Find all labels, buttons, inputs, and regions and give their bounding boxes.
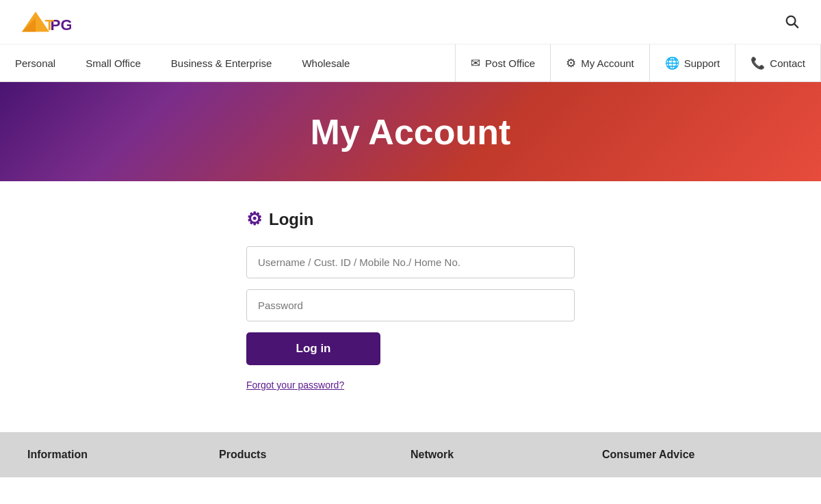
login-button[interactable]: Log in: [246, 332, 380, 365]
logo[interactable]: PG T: [16, 7, 71, 38]
login-gear-icon: ⚙: [246, 209, 262, 230]
main-content: ⚙ Login Log in Forgot your password?: [0, 181, 821, 432]
phone-icon: 📞: [751, 56, 765, 70]
login-section: ⚙ Login Log in Forgot your password?: [246, 209, 575, 391]
nav-business-enterprise[interactable]: Business & Enterprise: [156, 44, 287, 81]
svg-marker-1: [22, 18, 36, 31]
username-input[interactable]: [246, 246, 575, 278]
footer-col-products: Products: [219, 449, 410, 461]
tpg-logo: PG T: [16, 7, 71, 38]
header: PG T: [0, 0, 821, 44]
login-heading: ⚙ Login: [246, 209, 575, 230]
nav-right: ✉ Post Office ⚙ My Account 🌐 Support 📞 C…: [455, 44, 821, 81]
svg-text:T: T: [45, 16, 55, 34]
hero-banner: My Account: [0, 82, 821, 181]
footer-col-information: Information: [27, 449, 219, 461]
mail-icon: ✉: [471, 56, 480, 70]
search-icon: [784, 14, 799, 29]
footer-consumer-advice-title: Consumer Advice: [602, 449, 694, 460]
svg-line-5: [794, 24, 798, 27]
nav-support[interactable]: 🌐 Support: [650, 44, 736, 81]
password-input[interactable]: [246, 289, 575, 321]
search-button[interactable]: [779, 8, 805, 36]
nav-wholesale[interactable]: Wholesale: [287, 44, 365, 81]
footer-products-title: Products: [219, 449, 266, 460]
nav-personal[interactable]: Personal: [0, 44, 70, 81]
hero-title: My Account: [311, 111, 511, 152]
forgot-password-link[interactable]: Forgot your password?: [246, 380, 344, 390]
nav-small-office[interactable]: Small Office: [70, 44, 156, 81]
footer-information-title: Information: [27, 449, 88, 460]
footer-col-consumer-advice: Consumer Advice: [602, 449, 794, 461]
footer-network-title: Network: [410, 449, 454, 460]
footer-col-network: Network: [410, 449, 602, 461]
nav-contact[interactable]: 📞 Contact: [735, 44, 821, 81]
gear-nav-icon: ⚙: [566, 56, 576, 70]
nav-post-office[interactable]: ✉ Post Office: [456, 44, 551, 81]
globe-icon: 🌐: [665, 56, 679, 70]
footer: Information Products Network Consumer Ad…: [0, 432, 821, 477]
main-nav: Personal Small Office Business & Enterpr…: [0, 44, 821, 82]
nav-my-account[interactable]: ⚙ My Account: [551, 44, 650, 81]
